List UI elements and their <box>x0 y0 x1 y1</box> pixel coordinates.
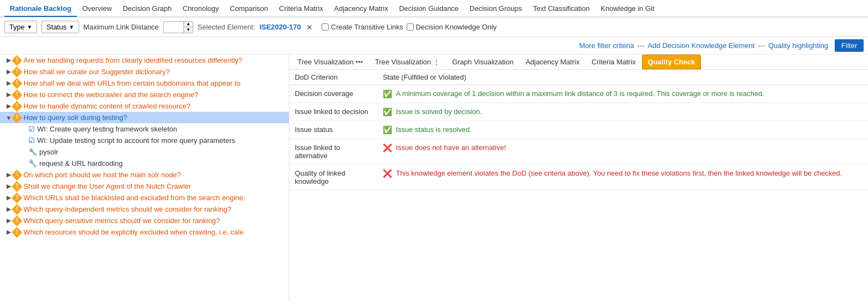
ok-icon: ✅ <box>383 107 393 116</box>
create-transitive-checkbox[interactable] <box>322 23 329 31</box>
checkbox-icon: ☑ <box>28 136 35 145</box>
item-text: Which query-sensitive metrics should we … <box>23 217 220 225</box>
qc-state: ❌This knowledge element violates the DoD… <box>377 165 868 190</box>
tab-overview[interactable]: Overview <box>77 1 117 17</box>
tab-decision-guidance[interactable]: Decision Guidance <box>394 1 464 17</box>
tab-adjacency-matrix[interactable]: Adjacency Matrix <box>329 1 394 17</box>
warning-icon <box>11 227 22 238</box>
list-item[interactable]: ▶How to handle dynamic content of crawle… <box>0 100 289 112</box>
qc-criterion: Issue linked to alternative <box>289 139 377 165</box>
tab-decision-graph[interactable]: Decision Graph <box>117 1 177 17</box>
item-text: How to handle dynamic content of crawled… <box>23 102 191 110</box>
create-transitive-label: Create Transitive Links <box>331 23 403 31</box>
warning-icon <box>11 89 22 100</box>
item-text: How to connect the webcrawler and the se… <box>23 91 198 99</box>
quality-highlight-link[interactable]: Quality highlighting <box>768 41 828 50</box>
decision-knowledge-group: Decision Knowledge Only <box>407 23 497 31</box>
list-item[interactable]: ☑WI: Create query testing framework skel… <box>0 123 289 135</box>
warning-icon <box>11 67 22 77</box>
list-item[interactable]: ▶How shall we curate our Suggester dicti… <box>0 66 289 77</box>
list-item[interactable]: ☑WI: Update testing script to account fo… <box>0 135 289 146</box>
right-tab-quality-check[interactable]: Quality Check <box>642 55 701 69</box>
filter-button[interactable]: Filter <box>835 39 864 52</box>
warning-icon <box>11 193 22 203</box>
warning-icon <box>11 78 22 89</box>
item-text: Are we handling requests from clearly id… <box>23 56 242 64</box>
selected-element-close[interactable]: ✕ <box>306 23 313 32</box>
error-icon: ❌ <box>383 143 393 152</box>
qc-state-text: A minimum coverage of 1 decision within … <box>396 89 764 98</box>
spinbox-up[interactable]: ▲ <box>184 22 193 27</box>
qc-criterion: Issue status <box>289 121 377 139</box>
item-text: WI: Update testing script to account for… <box>37 136 235 145</box>
max-link-label: Maximum Link Distance <box>84 23 159 31</box>
toolbar: Type ▼ Status ▼ Maximum Link Distance 3 … <box>0 17 868 37</box>
qc-criterion: Issue linked to decision <box>289 103 377 121</box>
more-filter-link[interactable]: More filter criteria <box>579 41 634 50</box>
main-area: ▶Are we handling requests from clearly i… <box>0 55 868 302</box>
list-item[interactable]: ▼How to query solr during testing? <box>0 112 289 123</box>
quality-check-table: DoD Criterion State (Fulfilled or Violat… <box>289 70 868 190</box>
list-item[interactable]: ▶How shall we deal with URLs from certai… <box>0 77 289 89</box>
item-text: How shall we deal with URLs from certain… <box>23 79 240 87</box>
table-row: Decision coverage✅A minimum coverage of … <box>289 85 868 103</box>
tab-chronology[interactable]: Chronology <box>177 1 225 17</box>
warning-icon <box>11 55 22 66</box>
tool-icon: 🔧 <box>28 148 37 156</box>
qc-criterion: Quality of linked knowledge <box>289 165 377 190</box>
item-text: Which resources should be explicitly exc… <box>23 228 243 236</box>
checkbox-icon: ☑ <box>28 125 35 133</box>
right-tab-criteria[interactable]: Criteria Matrix <box>586 55 642 69</box>
list-item[interactable]: ▶Are we handling requests from clearly i… <box>0 55 289 66</box>
list-item[interactable]: ▶Which URLs shall be blacklisted and exc… <box>0 192 289 203</box>
list-item[interactable]: ▶Shall we change the User Agent of the N… <box>0 181 289 192</box>
decision-knowledge-checkbox[interactable] <box>407 23 414 31</box>
qc-state: ✅Issue status is resolved. <box>377 121 868 139</box>
right-tab-adjacency[interactable]: Adjacency Matrix <box>520 55 586 69</box>
item-text: request & URL hardcoding <box>39 159 123 167</box>
warning-icon <box>11 204 22 215</box>
list-item[interactable]: ▶How to connect the webcrawler and the s… <box>0 89 289 100</box>
left-panel: ▶Are we handling requests from clearly i… <box>0 55 289 302</box>
item-text: Which URLs shall be blacklisted and excl… <box>23 194 245 202</box>
right-tab-tree-vis-2[interactable]: Tree Visualization ⋮ <box>369 55 446 69</box>
tab-rationale-backlog[interactable]: Rationale Backlog <box>4 1 77 17</box>
qc-state-text: Issue does not have an alternative! <box>396 143 506 152</box>
qc-state: ✅A minimum coverage of 1 decision within… <box>377 85 868 103</box>
table-row: Issue linked to decision✅Issue is solved… <box>289 103 868 121</box>
warning-icon <box>11 101 22 112</box>
item-text: On which port should we host the main so… <box>23 171 181 179</box>
list-item[interactable]: 🔧request & URL hardcoding <box>0 158 289 169</box>
max-link-spinbox: 3 ▲ ▼ <box>163 21 193 33</box>
status-dropdown[interactable]: Status ▼ <box>41 21 79 33</box>
status-dropdown-arrow: ▼ <box>69 24 74 30</box>
warning-icon <box>11 112 22 123</box>
right-tab-graph-vis[interactable]: Graph Visualization <box>446 55 520 69</box>
tab-comparison[interactable]: Comparison <box>224 1 274 17</box>
add-knowledge-link[interactable]: Add Decision Knowledge Element <box>647 41 754 50</box>
qc-state: ❌Issue does not have an alternative! <box>377 139 868 165</box>
item-text: WI: Create query testing framework skele… <box>37 125 177 133</box>
right-tab-tree-vis-1[interactable]: Tree Visualization ••• <box>292 55 369 69</box>
list-item[interactable]: ▶On which port should we host the main s… <box>0 169 289 181</box>
list-item[interactable]: ▶Which query-independent metrics should … <box>0 203 289 215</box>
table-row: Quality of linked knowledge❌This knowled… <box>289 165 868 190</box>
list-item[interactable]: ▶Which query-sensitive metrics should we… <box>0 215 289 226</box>
item-text: Which query-independent metrics should w… <box>23 205 231 213</box>
max-link-input[interactable]: 3 <box>164 22 183 32</box>
type-dropdown[interactable]: Type ▼ <box>4 21 37 33</box>
error-icon: ❌ <box>383 169 393 178</box>
warning-icon <box>11 170 22 181</box>
tab-knowledge-in-git[interactable]: Knowledge in Git <box>595 1 659 17</box>
decision-knowledge-label: Decision Knowledge Only <box>416 23 497 31</box>
list-item[interactable]: 🔧pysolr <box>0 146 289 158</box>
tab-decision-groups[interactable]: Decision Groups <box>464 1 527 17</box>
spinbox-down[interactable]: ▼ <box>184 27 193 33</box>
list-item[interactable]: ▶Which resources should be explicitly ex… <box>0 226 289 238</box>
tab-text-classification[interactable]: Text Classification <box>527 1 595 17</box>
filter-row: More filter criteria --- Add Decision Kn… <box>0 37 868 55</box>
qc-col-criterion: DoD Criterion <box>289 70 377 85</box>
ok-icon: ✅ <box>383 125 393 134</box>
warning-icon <box>11 181 22 192</box>
tab-criteria-matrix[interactable]: Criteria Matrix <box>274 1 329 17</box>
